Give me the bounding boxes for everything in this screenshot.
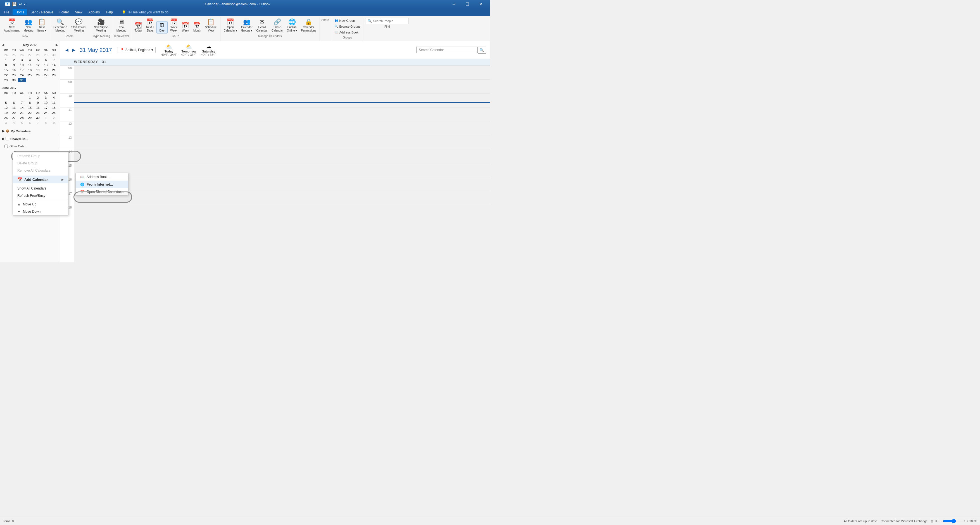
other-calendars-item[interactable]: Other Cale... xyxy=(2,144,57,149)
calendar-permissions-button[interactable]: 🔒 CalendarPermissions xyxy=(299,18,318,33)
ctx-move-up[interactable]: ▲ Move Up xyxy=(13,201,68,208)
weather-today: ⛅ Today 49°F / 34°F xyxy=(161,44,177,56)
weather-section: ⛅ Today 49°F / 34°F ⛅ Tomorrow 40°F / 33… xyxy=(161,44,216,56)
week-button[interactable]: 📅 Week xyxy=(180,21,191,33)
mini-cal-prev[interactable]: ◀ xyxy=(2,43,4,47)
submenu-address-book[interactable]: 📖 Address Book... xyxy=(76,173,128,181)
calendar-groups-button[interactable]: 👥 CalendarGroups ▾ xyxy=(239,18,254,33)
context-menu: Rename Group Delete Group Remove All Cal… xyxy=(13,152,68,216)
restore-button[interactable]: ❐ xyxy=(461,0,474,8)
open-calendar-button[interactable]: 📅 OpenCalendar ▾ xyxy=(222,18,239,33)
search-people-input[interactable] xyxy=(373,19,406,22)
current-time-bar xyxy=(74,102,490,103)
time-slot-10: 10 xyxy=(60,93,74,107)
time-slot-13: 13 xyxy=(60,135,74,149)
new-appointment-button[interactable]: 📅 NewAppointment xyxy=(2,18,21,33)
publish-online-button[interactable]: 🌐 PublishOnline ▾ xyxy=(285,18,299,33)
ribbon-group-find-label: Find xyxy=(384,25,390,29)
next7-icon: 📅 xyxy=(146,19,154,25)
qat-save[interactable]: 💾 xyxy=(11,2,18,7)
browse-groups-button[interactable]: 🔍 Browse Groups xyxy=(333,24,362,29)
ribbon-group-skype: 🎥 New SkypeMeeting Skype Meeting xyxy=(90,17,112,41)
qat-dropdown[interactable]: ▾ xyxy=(24,2,26,6)
other-calendars-checkbox[interactable] xyxy=(5,144,8,148)
time-grid: Previous Appointment 08 09 10 11 12 13 1… xyxy=(60,65,490,262)
day-slot-16[interactable] xyxy=(74,177,490,191)
minimize-button[interactable]: ─ xyxy=(447,0,460,8)
rename-group-label: Rename Group xyxy=(18,154,40,158)
day-view-button[interactable]: 🗓 Day xyxy=(156,21,168,33)
menu-addins[interactable]: Add-ins xyxy=(86,9,103,15)
submenu-open-shared-calendar[interactable]: 📅 Open Shared Calendar... xyxy=(76,188,128,195)
close-button[interactable]: ✕ xyxy=(474,0,487,8)
day-slot-12[interactable] xyxy=(74,121,490,135)
calendar-search-input[interactable] xyxy=(416,47,478,53)
teamviewer-meeting-button[interactable]: 🖥 NewMeeting xyxy=(115,18,128,33)
date-next-arrow[interactable]: ▶ xyxy=(71,47,77,53)
publish-online-icon: 🌐 xyxy=(288,19,296,25)
day-slot-13[interactable] xyxy=(74,135,490,149)
ctx-show-all-calendars[interactable]: Show All Calendars xyxy=(13,185,68,192)
my-calendars-header[interactable]: ▶ 📦 My Calendars xyxy=(2,128,57,134)
time-slot-12: 12 xyxy=(60,121,74,135)
month-button[interactable]: 📅 Month xyxy=(192,21,203,33)
shared-calendars-header[interactable]: ▶ Shared Ca... xyxy=(2,136,57,142)
title-bar: 📧 💾 ↩ ▾ Calendar - aharrison@sales-i.com… xyxy=(0,0,490,8)
ctx-move-down[interactable]: ▼ Move Down xyxy=(13,208,68,215)
work-week-button[interactable]: 📅 WorkWeek xyxy=(168,18,179,33)
ribbon-group-new-label: New xyxy=(22,35,28,38)
menu-home[interactable]: Home xyxy=(13,9,27,15)
tell-me-box[interactable]: 💡 Tell me what you want to do xyxy=(122,10,169,14)
mini-cal-next[interactable]: ▶ xyxy=(56,43,58,47)
menu-file[interactable]: File xyxy=(1,9,12,15)
open-shared-icon: 📅 xyxy=(80,190,84,194)
day-slot-11[interactable] xyxy=(74,107,490,121)
day-column[interactable]: Next Appointment xyxy=(74,65,490,262)
shared-calendars-section: ▶ Shared Ca... xyxy=(0,135,60,143)
from-internet-label: From Internet... xyxy=(87,182,113,186)
menu-help[interactable]: Help xyxy=(103,9,116,15)
location-selector[interactable]: 📍 Solihull, England ▾ xyxy=(118,47,156,53)
schedule-meeting-button[interactable]: 🔍 Schedule aMeeting xyxy=(52,18,69,33)
day-slot-18[interactable] xyxy=(74,205,490,219)
submenu-from-internet[interactable]: 🌐 From Internet... xyxy=(76,181,128,188)
schedule-view-button[interactable]: 📋 ScheduleView xyxy=(204,18,218,33)
day-slot-09[interactable] xyxy=(74,79,490,93)
shared-calendars-checkbox[interactable] xyxy=(6,137,9,141)
outlook-icon: 📧 xyxy=(5,1,11,7)
new-group-button[interactable]: 👥 New Group xyxy=(333,18,362,23)
day-slot-08[interactable] xyxy=(74,65,490,79)
day-slot-10[interactable] xyxy=(74,93,490,107)
new-meeting-button[interactable]: 👥 NewMeeting xyxy=(22,18,35,33)
new-items-button[interactable]: 📋 NewItems ▾ xyxy=(36,18,48,33)
weather-today-label: Today xyxy=(165,50,173,53)
calendar-search-button[interactable]: 🔍 xyxy=(478,47,486,54)
day-number: 31 xyxy=(102,60,106,64)
ctx-refresh-free-busy[interactable]: Refresh Free/Busy xyxy=(13,192,68,199)
date-prev-arrow[interactable]: ◀ xyxy=(64,47,70,53)
next7days-button[interactable]: 📅 Next 7Days xyxy=(145,18,156,33)
day-slot-15[interactable] xyxy=(74,163,490,177)
start-instant-meeting-button[interactable]: 💬 Start InstantMeeting xyxy=(70,18,88,33)
new-skype-meeting-button[interactable]: 🎥 New SkypeMeeting xyxy=(92,18,110,33)
weather-tomorrow-label: Tomorrow xyxy=(181,50,196,53)
time-slot-11: 11 xyxy=(60,107,74,121)
today-button[interactable]: 📆 Today xyxy=(133,21,144,33)
show-all-label: Show All Calendars xyxy=(18,186,46,190)
my-calendars-label: My Calendars xyxy=(11,130,31,133)
ctx-add-calendar[interactable]: 📅 Add Calendar ▶ xyxy=(13,176,68,183)
qat-undo[interactable]: ↩ xyxy=(18,2,22,7)
day-slot-14[interactable] xyxy=(74,149,490,163)
time-slot-08: 08 xyxy=(60,65,74,79)
share-calendar-button[interactable]: 🔗 ShareCalendar xyxy=(270,18,285,33)
date-nav-arrows: ◀ ▶ xyxy=(64,47,77,53)
email-calendar-button[interactable]: ✉ E-mailCalendar xyxy=(255,18,270,33)
ctx-sep-2 xyxy=(13,184,68,184)
day-slot-17[interactable] xyxy=(74,191,490,205)
from-internet-icon: 🌐 xyxy=(80,182,84,186)
address-book-button[interactable]: 📖 Address Book xyxy=(333,30,362,35)
move-up-label: Move Up xyxy=(23,202,36,206)
menu-view[interactable]: View xyxy=(72,9,85,15)
menu-send-receive[interactable]: Send / Receive xyxy=(28,9,56,15)
menu-folder[interactable]: Folder xyxy=(57,9,72,15)
